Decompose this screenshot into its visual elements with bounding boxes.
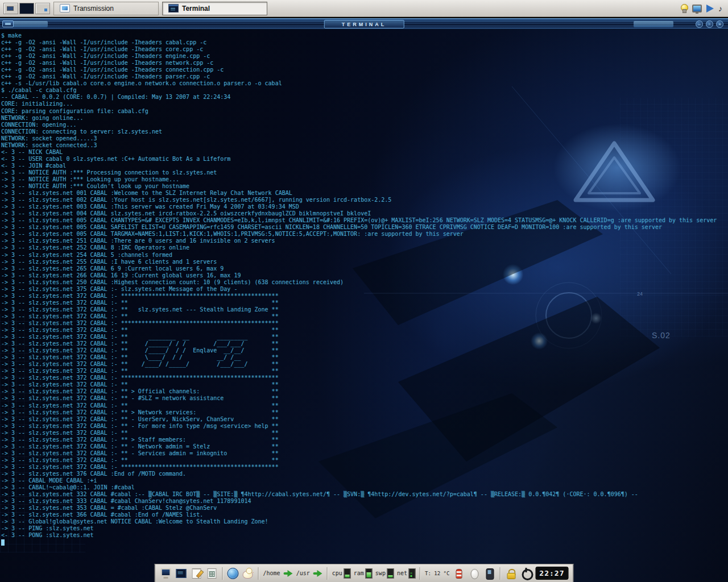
terminal-window[interactable]: S.02 24 $ make c++ -g -O2 -ansi -Wall -I…: [0, 30, 728, 582]
dock-separator: [420, 567, 421, 580]
sensor-icon[interactable]: [452, 568, 465, 579]
home-path-label: /home: [263, 570, 280, 576]
desktop: Transmission Terminal ♪ TERMINAL – ▫ ×: [0, 0, 728, 582]
task-transmission[interactable]: Transmission: [53, 2, 159, 15]
dock: /home /usr cpu ram swp net T: 12 °C 22:2…: [155, 564, 574, 582]
cpu-meter: [344, 568, 351, 579]
workspace-pager: [3, 3, 50, 14]
usr-open-arrow-icon[interactable]: [313, 569, 323, 577]
pager-desktop-3[interactable]: [35, 3, 50, 14]
display-icon[interactable]: [692, 5, 702, 13]
phone-icon[interactable]: [483, 568, 495, 579]
power-icon[interactable]: [520, 568, 532, 579]
swap-monitor[interactable]: swp: [375, 568, 394, 579]
close-button[interactable]: ×: [716, 20, 723, 28]
title-plaque: TERMINAL: [324, 20, 404, 28]
usr-path-label: /usr: [296, 570, 310, 576]
cpu-monitor[interactable]: cpu: [332, 568, 351, 579]
terminal-output: $ make c++ -g -O2 -ansi -Wall -I/usr/inc…: [1, 32, 717, 539]
browser-globe-icon[interactable]: [228, 568, 239, 579]
lock-icon[interactable]: [504, 568, 517, 579]
task-transmission-label: Transmission: [73, 5, 114, 13]
dock-separator: [222, 567, 224, 580]
task-terminal[interactable]: Terminal: [162, 2, 267, 15]
speaker-icon[interactable]: [706, 5, 714, 13]
net-meter: [409, 568, 416, 579]
net-monitor[interactable]: net: [397, 568, 416, 579]
swap-label: swp: [375, 570, 386, 576]
dock-separator: [499, 567, 500, 580]
terminal-launcher-icon[interactable]: [175, 568, 188, 579]
window-title: TERMINAL: [342, 22, 387, 27]
pager-desktop-1[interactable]: [3, 3, 18, 14]
maximize-button[interactable]: ▫: [706, 20, 713, 28]
temperature-readout: T: 12 °C: [425, 571, 449, 576]
swap-meter: [387, 568, 394, 579]
transmission-icon: [60, 4, 70, 13]
terminal-cursor: [1, 539, 5, 546]
terminal-icon: [168, 4, 179, 13]
ram-monitor[interactable]: ram: [354, 568, 373, 579]
window-menu-button[interactable]: [2, 20, 14, 27]
lightbulb-icon[interactable]: [680, 3, 688, 14]
taskbar: Transmission Terminal ♪: [0, 0, 728, 17]
cpu-label: cpu: [332, 570, 342, 576]
pager-desktop-2[interactable]: [19, 3, 34, 14]
calculator-icon[interactable]: [206, 568, 218, 579]
ram-label: ram: [354, 570, 364, 576]
egg-icon[interactable]: [468, 568, 480, 579]
dock-separator: [327, 567, 328, 580]
dock-separator: [258, 567, 259, 580]
duck-icon[interactable]: [242, 568, 254, 579]
shade-button[interactable]: –: [696, 20, 703, 28]
titlebar[interactable]: TERMINAL – ▫ ×: [0, 18, 728, 30]
text-editor-icon[interactable]: [191, 568, 203, 579]
ram-meter: [366, 568, 373, 579]
clock[interactable]: 22:27: [535, 567, 568, 580]
music-note-icon[interactable]: ♪: [718, 5, 722, 13]
home-open-arrow-icon[interactable]: [283, 569, 293, 577]
system-tray: ♪: [680, 3, 725, 14]
net-label: net: [397, 570, 407, 576]
computer-icon[interactable]: [160, 568, 172, 579]
window-buttons: – ▫ ×: [696, 20, 723, 28]
task-terminal-label: Terminal: [182, 5, 210, 13]
